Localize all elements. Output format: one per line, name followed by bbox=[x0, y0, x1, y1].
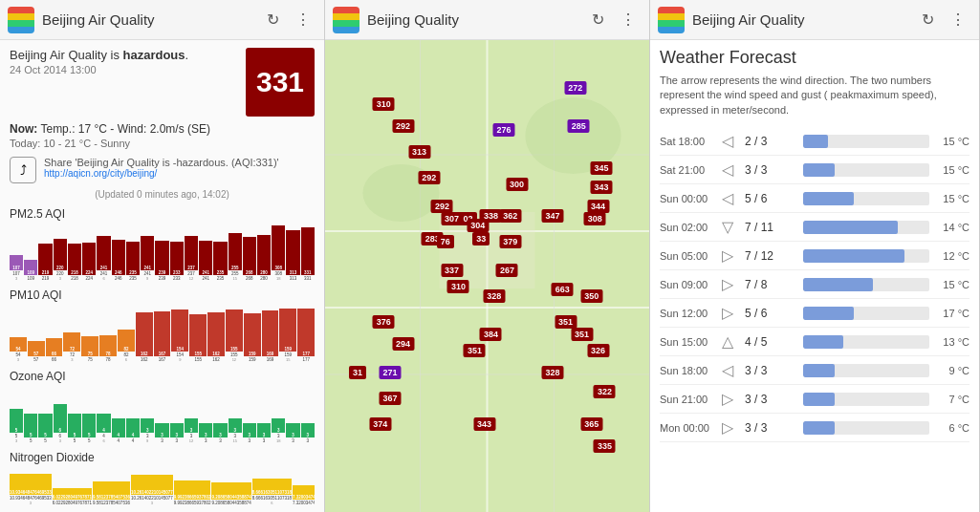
forecast-list: Sat 18:00◁2 / 315 °CSat 21:00◁3 / 315 °C… bbox=[660, 127, 969, 442]
bar-item: 1071073 bbox=[10, 255, 23, 281]
forecast-time: Sat 18:00 bbox=[660, 136, 722, 147]
bar-item: 167167 bbox=[154, 311, 171, 362]
map-marker[interactable]: 308 bbox=[584, 212, 606, 225]
bar: 3 bbox=[213, 423, 227, 437]
bar: 66 bbox=[46, 338, 63, 356]
map-marker[interactable]: 300 bbox=[506, 178, 528, 191]
map-marker[interactable]: 31 bbox=[349, 366, 366, 379]
map-marker[interactable]: 362 bbox=[499, 209, 521, 223]
share-icon: ⤴ bbox=[20, 162, 27, 178]
map-marker[interactable]: 351 bbox=[571, 328, 593, 341]
map-marker[interactable]: 343 bbox=[473, 417, 495, 431]
map-marker[interactable]: 322 bbox=[594, 385, 616, 398]
bar: 241 bbox=[97, 236, 110, 270]
map-marker[interactable]: 310 bbox=[447, 280, 469, 293]
bar-item: 268268 bbox=[243, 237, 256, 281]
forecast-wind-bar bbox=[803, 249, 929, 263]
map-marker[interactable]: 285 bbox=[568, 119, 590, 133]
bar-item: 162162 bbox=[207, 312, 225, 362]
bar: 3 bbox=[170, 423, 184, 437]
map-marker[interactable]: 326 bbox=[587, 344, 609, 357]
bar: 169 bbox=[262, 310, 279, 356]
map-marker[interactable]: 276 bbox=[492, 123, 514, 137]
bar: 5 bbox=[10, 409, 23, 433]
more-button-1[interactable]: ⋮ bbox=[290, 7, 316, 33]
refresh-button-3[interactable]: ↻ bbox=[914, 7, 941, 33]
map-marker[interactable]: 313 bbox=[408, 145, 430, 159]
bar-item: 155155 bbox=[189, 314, 207, 362]
map-marker[interactable]: 328 bbox=[541, 366, 563, 379]
share-button[interactable]: ⤴ bbox=[10, 157, 36, 183]
map-marker[interactable]: 267 bbox=[496, 264, 518, 277]
forecast-temp: 15 °C bbox=[935, 279, 969, 290]
forecast-wind: 7 / 8 bbox=[745, 278, 797, 291]
map-marker[interactable]: 310 bbox=[373, 97, 395, 111]
map-marker[interactable]: 379 bbox=[499, 235, 521, 248]
bar-item: 9.992386659378029.99238665937802 bbox=[174, 480, 211, 505]
bar: 220 bbox=[54, 239, 67, 270]
wind-direction-icon: ▷ bbox=[722, 390, 745, 408]
map-marker[interactable]: 376 bbox=[373, 315, 395, 329]
forecast-time: Sun 15:00 bbox=[660, 336, 722, 348]
map-container[interactable]: 2723102922762853132923453433003442923070… bbox=[325, 40, 649, 512]
pm10-label: PM10 AQI bbox=[10, 288, 315, 302]
map-marker[interactable]: 365 bbox=[580, 417, 602, 431]
bar-item: 15915915 bbox=[279, 309, 296, 362]
forecast-temp: 7 °C bbox=[935, 394, 969, 405]
bar: 10.934648476469533 bbox=[10, 474, 52, 495]
bar-item: 44 bbox=[112, 418, 125, 443]
more-button-2[interactable]: ⋮ bbox=[615, 7, 642, 33]
map-marker[interactable]: 337 bbox=[441, 264, 463, 277]
map-marker[interactable]: 271 bbox=[379, 366, 401, 379]
map-marker[interactable]: 344 bbox=[587, 200, 609, 213]
panel-3: Beijing Air Quality ↻ ⋮ Weather Forecast… bbox=[650, 0, 980, 512]
bar-item: 280280 bbox=[257, 235, 271, 281]
bar-item: 2202203 bbox=[54, 239, 67, 281]
map-marker[interactable]: 335 bbox=[594, 439, 616, 453]
map-marker[interactable]: 384 bbox=[480, 328, 502, 341]
map-marker[interactable]: 328 bbox=[483, 289, 505, 303]
map-marker[interactable]: 76 bbox=[437, 235, 454, 248]
map-marker[interactable]: 292 bbox=[431, 200, 453, 213]
bar: 3 bbox=[185, 418, 198, 433]
map-marker[interactable]: 292 bbox=[392, 119, 414, 133]
map-marker[interactable]: 663 bbox=[552, 283, 574, 296]
bar: 308 bbox=[272, 225, 285, 270]
map-marker[interactable]: 367 bbox=[379, 392, 401, 405]
forecast-wind: 3 / 3 bbox=[745, 364, 797, 377]
forecast-row: Sun 15:00△4 / 513 °C bbox=[660, 328, 969, 356]
forecast-time: Sun 02:00 bbox=[660, 222, 722, 233]
map-marker[interactable]: 343 bbox=[590, 181, 612, 194]
share-link[interactable]: http://aqicn.org/city/beijing/ bbox=[44, 168, 279, 179]
map-marker[interactable]: 351 bbox=[555, 315, 577, 329]
app-icon-1 bbox=[8, 7, 34, 33]
map-marker[interactable]: 351 bbox=[464, 344, 486, 357]
map-marker[interactable]: 345 bbox=[590, 161, 612, 175]
status-text: Beijing Air Quality is hazardous. bbox=[10, 48, 246, 62]
forecast-time: Sun 00:00 bbox=[660, 193, 722, 204]
forecast-wind: 5 / 6 bbox=[745, 192, 797, 205]
bar: 239 bbox=[155, 241, 168, 275]
map-marker[interactable]: 292 bbox=[418, 171, 440, 184]
forecast-wind-bar bbox=[803, 135, 929, 148]
refresh-button-2[interactable]: ↻ bbox=[584, 7, 611, 33]
bar-item: 246246 bbox=[112, 240, 125, 281]
forecast-wind: 7 / 12 bbox=[745, 249, 797, 263]
more-button-3[interactable]: ⋮ bbox=[945, 7, 971, 33]
bar-item: 55 bbox=[68, 414, 81, 443]
bar: 82 bbox=[118, 330, 135, 352]
map-marker[interactable]: 374 bbox=[369, 417, 391, 431]
bar-item: 5757 bbox=[28, 341, 45, 362]
map-marker[interactable]: 272 bbox=[564, 81, 586, 95]
map-marker[interactable]: 350 bbox=[580, 289, 602, 303]
bar-item: 8.6661630511073188.6661630511073186 bbox=[252, 479, 292, 505]
bar-item: 55 bbox=[24, 414, 37, 443]
map-marker[interactable]: 33 bbox=[472, 232, 490, 245]
bar: 107 bbox=[10, 255, 23, 270]
map-marker[interactable]: 294 bbox=[392, 337, 414, 351]
forecast-wind: 5 / 6 bbox=[745, 307, 797, 320]
forecast-row: Sun 02:00▽7 / 1114 °C bbox=[660, 213, 969, 242]
map-marker[interactable]: 347 bbox=[541, 209, 563, 223]
refresh-button-1[interactable]: ↻ bbox=[259, 7, 286, 33]
bar: 331 bbox=[301, 227, 315, 275]
